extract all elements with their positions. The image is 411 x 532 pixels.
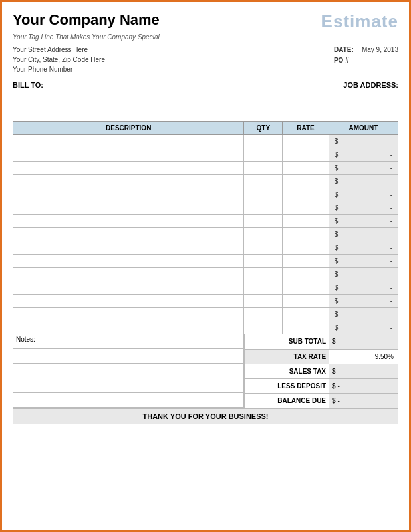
cell-amount: $ - [329,162,398,175]
cell-desc[interactable] [13,175,244,188]
cell-amount: $ - [329,215,398,228]
cell-desc[interactable] [13,281,244,295]
cell-desc[interactable] [13,241,244,255]
cell-amount: $ - [329,281,398,295]
cell-qty[interactable] [244,308,283,321]
cell-desc[interactable] [13,215,244,228]
cell-desc[interactable] [13,295,244,308]
cell-rate[interactable] [283,308,329,321]
table-row: $ - [13,241,398,255]
table-row: $ - [13,162,398,175]
sales-tax-row: SALES TAX $ - [245,364,398,378]
cell-amount: $ - [329,148,398,162]
table-row: $ - [13,228,398,241]
table-row: $ - [13,295,398,308]
notes-empty-3 [13,378,244,393]
cell-qty[interactable] [244,268,283,281]
cell-rate[interactable] [283,215,329,228]
city-state: Your City, State, Zip Code Here [13,55,105,65]
cell-rate[interactable] [283,188,329,201]
notes-empty-4 [13,393,244,408]
col-header-amount: AMOUNT [329,122,398,135]
balance-due-label: BALANCE DUE [245,393,329,408]
table-row: $ - [13,268,398,281]
cell-desc[interactable] [13,201,244,215]
col-header-description: DESCRIPTION [13,122,244,135]
tagline: Your Tag Line That Makes Your Company Sp… [13,33,398,41]
cell-rate[interactable] [283,241,329,255]
cell-qty[interactable] [244,321,283,334]
less-deposit-value: $ - [329,378,398,393]
bill-to-label: BILL TO: [13,81,43,89]
cell-desc[interactable] [13,228,244,241]
cell-rate[interactable] [283,228,329,241]
date-value: May 9, 2013 [362,45,398,55]
cell-amount: $ - [329,228,398,241]
cell-qty[interactable] [244,188,283,201]
cell-amount: $ - [329,295,398,308]
cell-amount: $ - [329,175,398,188]
table-row: $ - [13,188,398,201]
notes-empty-1 [13,349,244,364]
cell-rate[interactable] [283,135,329,148]
cell-qty[interactable] [244,241,283,255]
table-row: $ - [13,321,398,334]
table-row: $ - [13,135,398,148]
table-row: $ - [13,281,398,295]
subtotal-row: SUB TOTAL $ - [245,334,398,349]
cell-rate[interactable] [283,162,329,175]
cell-amount: $ - [329,201,398,215]
cell-rate[interactable] [283,295,329,308]
cell-amount: $ - [329,255,398,268]
po-label: PO # [334,55,358,66]
table-row: $ - [13,255,398,268]
cell-desc[interactable] [13,308,244,321]
cell-qty[interactable] [244,162,283,175]
cell-amount: $ - [329,268,398,281]
cell-rate[interactable] [283,148,329,162]
cell-desc[interactable] [13,162,244,175]
cell-qty[interactable] [244,201,283,215]
cell-qty[interactable] [244,228,283,241]
cell-desc[interactable] [13,188,244,201]
col-header-qty: QTY [244,122,283,135]
balance-due-value: $ - [329,393,398,408]
cell-qty[interactable] [244,281,283,295]
cell-rate[interactable] [283,201,329,215]
table-row: $ - [13,308,398,321]
table-row: $ - [13,148,398,162]
cell-rate[interactable] [283,281,329,295]
cell-qty[interactable] [244,255,283,268]
cell-rate[interactable] [283,255,329,268]
date-label: DATE: [334,45,358,55]
table-row: $ - [13,201,398,215]
cell-qty[interactable] [244,215,283,228]
balance-due-row: BALANCE DUE $ - [245,393,398,408]
table-row: $ - [13,215,398,228]
less-deposit-row: LESS DEPOSIT $ - [245,378,398,393]
cell-desc[interactable] [13,255,244,268]
tax-rate-label: TAX RATE [245,349,329,364]
cell-desc[interactable] [13,321,244,334]
cell-rate[interactable] [283,175,329,188]
subtotal-label: SUB TOTAL [245,334,329,349]
cell-desc[interactable] [13,135,244,148]
subtotal-value: $ - [329,334,398,349]
less-deposit-label: LESS DEPOSIT [245,378,329,393]
company-name: Your Company Name [13,11,160,29]
cell-rate[interactable] [283,268,329,281]
cell-rate[interactable] [283,321,329,334]
cell-amount: $ - [329,308,398,321]
cell-qty[interactable] [244,148,283,162]
notes-field[interactable]: Notes: [13,334,244,349]
cell-qty[interactable] [244,295,283,308]
phone-number: Your Phone Number [13,65,105,74]
footer-text: THANK YOU FOR YOUR BUSINESS! [13,408,398,424]
street-address: Your Street Address Here [13,45,105,55]
cell-qty[interactable] [244,175,283,188]
cell-amount: $ - [329,321,398,334]
cell-desc[interactable] [13,148,244,162]
cell-desc[interactable] [13,268,244,281]
job-address-label: JOB ADDRESS: [343,81,398,89]
cell-qty[interactable] [244,135,283,148]
